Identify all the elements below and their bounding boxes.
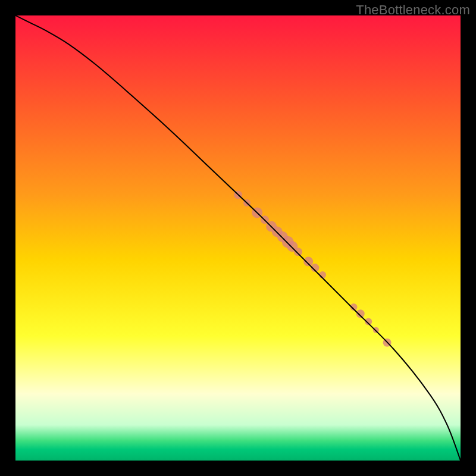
plot-area xyxy=(15,15,461,461)
chart-background xyxy=(15,15,461,461)
marker-dot xyxy=(356,309,365,318)
marker-dot xyxy=(303,257,313,267)
watermark-label: TheBottleneck.com xyxy=(356,2,470,18)
marker-dot xyxy=(294,248,302,256)
chart-svg xyxy=(15,15,461,461)
chart-frame: TheBottleneck.com xyxy=(0,0,476,476)
